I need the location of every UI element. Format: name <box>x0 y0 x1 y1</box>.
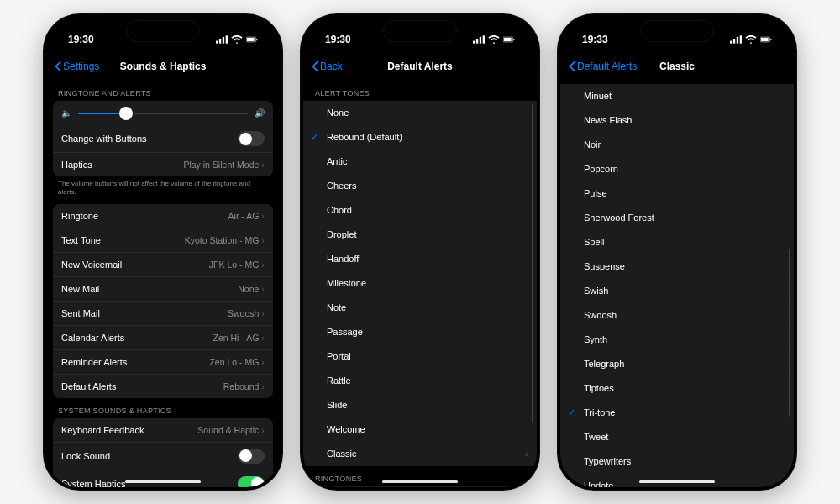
tone-label: Sherwood Forest <box>584 213 654 223</box>
svg-rect-14 <box>730 41 732 44</box>
chevron-right-icon: › <box>261 284 265 294</box>
haptics-row[interactable]: Haptics Play in Silent Mode› <box>53 153 273 176</box>
svg-rect-8 <box>476 39 478 43</box>
haptics-label: Haptics <box>61 160 92 170</box>
volume-slider-row[interactable]: 🔈 🔊 <box>53 101 273 125</box>
back-button[interactable]: Settings <box>55 60 99 72</box>
tone-slide[interactable]: Slide <box>303 393 537 417</box>
scroll-content[interactable]: RINGTONE AND ALERTS 🔈 🔊 Change with Butt… <box>46 81 280 487</box>
sound-row-calendar-alerts[interactable]: Calendar AlertsZen Hi - AG› <box>53 326 273 350</box>
svg-rect-20 <box>770 39 771 40</box>
section-header-ringtone: RINGTONE AND ALERTS <box>46 81 280 101</box>
tone-note[interactable]: Note <box>303 296 537 320</box>
svg-rect-19 <box>761 38 769 41</box>
tone-classic[interactable]: Classic <box>303 442 537 466</box>
back-label: Back <box>320 60 343 72</box>
tone-rebound-default-[interactable]: ✓Rebound (Default) <box>303 125 537 150</box>
svg-rect-17 <box>740 35 742 43</box>
chevron-right-icon: › <box>261 333 265 343</box>
lock-sound-row[interactable]: Lock Sound <box>53 443 273 470</box>
tone-tweet[interactable]: Tweet <box>560 425 794 449</box>
tone-synth[interactable]: Synth <box>560 328 794 352</box>
row-value: Zen Lo - MG <box>209 357 259 367</box>
sound-row-default-alerts[interactable]: Default AlertsRebound› <box>53 375 273 398</box>
dynamic-island <box>126 20 200 42</box>
chevron-left-icon <box>55 61 61 71</box>
tone-suspense[interactable]: Suspense <box>560 255 794 279</box>
ringtone-row[interactable]: Beverly Hills Cop Axel F Theme <box>303 486 537 487</box>
sound-row-reminder-alerts[interactable]: Reminder AlertsZen Lo - MG› <box>53 350 273 375</box>
battery-icon <box>503 35 515 44</box>
sound-row-sent-mail[interactable]: Sent MailSwoosh› <box>53 302 273 326</box>
tone-telegraph[interactable]: Telegraph <box>560 352 794 376</box>
tone-label: Update <box>584 480 613 487</box>
svg-rect-3 <box>226 35 228 43</box>
svg-rect-12 <box>504 38 512 41</box>
tone-noir[interactable]: Noir <box>560 133 794 157</box>
change-with-buttons-toggle[interactable] <box>238 131 265 146</box>
back-label: Settings <box>63 60 99 72</box>
tone-portal[interactable]: Portal <box>303 344 537 369</box>
tone-news-flash[interactable]: News Flash <box>560 108 794 133</box>
cellular-icon <box>730 35 742 44</box>
scroll-indicator[interactable] <box>532 104 533 423</box>
scroll-content[interactable]: ALERT TONES None✓Rebound (Default)AnticC… <box>303 81 537 487</box>
sound-row-text-tone[interactable]: Text ToneKyoto Station - MG› <box>53 228 273 253</box>
scroll-indicator[interactable] <box>789 249 790 417</box>
battery-icon <box>246 35 258 44</box>
tone-antic[interactable]: Antic <box>303 150 537 174</box>
tone-passage[interactable]: Passage <box>303 320 537 344</box>
tone-swish[interactable]: Swish <box>560 279 794 303</box>
chevron-right-icon: › <box>261 235 265 245</box>
tone-minuet[interactable]: Minuet <box>560 84 794 108</box>
sound-row-new-voicemail[interactable]: New VoicemailJFK Lo - MG› <box>53 253 273 277</box>
svg-rect-9 <box>480 37 481 44</box>
svg-rect-7 <box>473 41 475 44</box>
sound-row-new-mail[interactable]: New MailNone› <box>53 277 273 302</box>
tone-milestone[interactable]: Milestone <box>303 271 537 296</box>
sound-row-ringtone[interactable]: RingtoneAir - AG› <box>53 204 273 228</box>
back-button[interactable]: Back <box>312 60 343 72</box>
tone-sherwood-forest[interactable]: Sherwood Forest <box>560 206 794 230</box>
row-value: Zen Hi - AG <box>213 333 259 343</box>
tone-droplet[interactable]: Droplet <box>303 223 537 247</box>
tone-none[interactable]: None <box>303 101 537 125</box>
svg-rect-5 <box>247 38 255 41</box>
home-indicator[interactable] <box>382 480 458 484</box>
section-header-system: SYSTEM SOUNDS & HAPTICS <box>46 398 280 418</box>
tone-label: Swish <box>584 286 608 296</box>
dynamic-island <box>383 20 457 42</box>
clock: 19:30 <box>68 34 94 45</box>
tone-rattle[interactable]: Rattle <box>303 369 537 393</box>
tone-chord[interactable]: Chord <box>303 198 537 223</box>
home-indicator[interactable] <box>639 480 715 484</box>
tone-tiptoes[interactable]: Tiptoes <box>560 376 794 401</box>
tone-typewriters[interactable]: Typewriters <box>560 449 794 474</box>
chevron-right-icon: › <box>261 425 265 435</box>
back-button[interactable]: Default Alerts <box>569 60 637 72</box>
row-label: New Voicemail <box>61 260 122 270</box>
tone-spell[interactable]: Spell <box>560 230 794 255</box>
tone-handoff[interactable]: Handoff <box>303 247 537 271</box>
tone-pulse[interactable]: Pulse <box>560 181 794 206</box>
row-label: Calendar Alerts <box>61 333 124 343</box>
volume-slider[interactable] <box>78 113 248 114</box>
tone-cheers[interactable]: Cheers <box>303 174 537 198</box>
system-haptics-row[interactable]: System Haptics <box>53 470 273 487</box>
keyboard-feedback-row[interactable]: Keyboard Feedback Sound & Haptic› <box>53 418 273 443</box>
change-with-buttons-row[interactable]: Change with Buttons <box>53 125 273 153</box>
lock-sound-toggle[interactable] <box>238 449 265 464</box>
tone-welcome[interactable]: Welcome <box>303 417 537 442</box>
tone-label: Rattle <box>327 375 351 386</box>
page-title: Classic <box>659 60 695 72</box>
keyboard-feedback-value: Sound & Haptic <box>197 425 259 435</box>
home-indicator[interactable] <box>125 480 201 484</box>
scroll-content[interactable]: MinuetNews FlashNoirPopcornPulseSherwood… <box>560 81 794 487</box>
tone-label: Suspense <box>584 261 625 271</box>
tone-popcorn[interactable]: Popcorn <box>560 157 794 181</box>
tone-tri-tone[interactable]: ✓Tri-tone <box>560 401 794 425</box>
status-icons <box>473 35 515 44</box>
tone-swoosh[interactable]: Swoosh <box>560 303 794 328</box>
checkmark-icon: ✓ <box>311 132 318 143</box>
system-haptics-toggle[interactable] <box>238 476 265 487</box>
